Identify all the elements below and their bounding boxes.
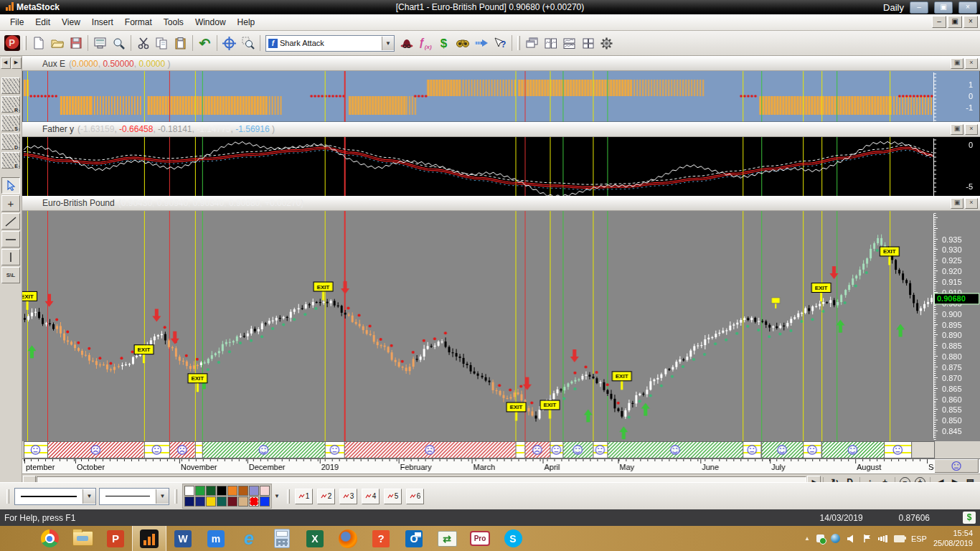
father-close-button[interactable]: × [965,124,978,135]
taskbar-start-icon[interactable] [0,526,33,551]
father-panel-header[interactable]: Father y (-1.63159, -0.66458, -0.18141, … [22,122,980,137]
aux-maximize-button[interactable]: ▣ [951,58,963,69]
child-minimize-button[interactable]: – [932,16,946,28]
open-button[interactable] [48,34,66,52]
menu-tools[interactable]: Tools [158,15,189,29]
chart-layout-button-3[interactable]: 3 [339,489,357,504]
pattern-tool-3[interactable]: S [1,115,20,131]
new-chart-button[interactable] [29,34,47,52]
taskbar-firefox-icon[interactable] [331,526,364,551]
color-swatch[interactable] [217,496,227,507]
stop-tool[interactable]: S\L [1,267,20,283]
color-swatch[interactable] [206,496,216,507]
palette-dropdown-arrow[interactable]: ▼ [272,493,282,499]
color-swatch[interactable] [249,496,259,507]
menu-edit[interactable]: Edit [29,15,56,29]
menu-help[interactable]: Help [232,15,261,29]
taskbar-skype-icon[interactable]: S [496,526,529,551]
taskbar-metastock-icon[interactable] [132,526,166,551]
time-axis[interactable] [22,458,980,474]
expert-dropdown-arrow[interactable]: ▼ [382,37,394,50]
father-plot[interactable] [22,137,980,196]
pattern-tool-2[interactable]: R [1,96,20,113]
menu-window[interactable]: Window [189,15,232,29]
crosshair-button[interactable] [220,34,238,52]
taskbar-outlook-icon[interactable]: O [397,526,430,551]
price-close-button[interactable]: × [965,198,978,209]
tray-expand-icon[interactable]: ▲ [804,535,810,542]
color-swatch[interactable] [227,496,237,507]
toolbar-grip[interactable] [287,489,290,504]
chart-layout-button-4[interactable]: 4 [362,489,380,504]
battery-icon[interactable] [894,535,905,542]
color-swatch[interactable] [249,486,259,496]
signal-strength-icon[interactable] [878,535,887,542]
menu-file[interactable]: File [4,15,29,29]
chart-layout-button-2[interactable]: 2 [317,489,335,504]
color-swatch[interactable] [195,486,205,496]
network-globe-icon[interactable] [831,534,840,543]
crosshair-tool[interactable]: + [1,195,20,212]
language-indicator[interactable]: ESP [911,534,927,543]
forecaster-button[interactable] [472,34,490,52]
trendline-tool[interactable] [1,213,20,230]
whats-this-button[interactable]: ? [491,34,509,52]
scroll-left-button[interactable]: ◀ [1,57,11,69]
pattern-tool-5[interactable]: E [1,152,20,169]
taskbar-calculator-icon[interactable] [265,526,298,551]
save-button[interactable] [67,34,85,52]
expert-selector[interactable]: f Shark Attack ▼ [265,35,395,52]
menu-view[interactable]: View [56,15,86,29]
tile-horizontal-button[interactable] [560,34,578,52]
line-weight-select[interactable]: ▼ [99,488,169,505]
color-swatch[interactable] [217,486,227,496]
tile-vertical-button[interactable] [542,34,560,52]
options-gear-button[interactable] [598,34,616,52]
copy-button[interactable] [153,34,171,52]
taskbar-chrome-icon[interactable] [33,526,66,551]
zoom-document-button[interactable] [110,34,128,52]
expert-ribbon[interactable] [22,441,980,458]
indicator-builder-button[interactable]: ƒ(x) [416,34,434,52]
toolbar-grip[interactable] [517,36,520,50]
child-close-button[interactable]: × [963,16,978,28]
toolbar-grip[interactable] [174,489,177,504]
line-weight-dropdown-arrow[interactable]: ▼ [156,489,169,504]
zoom-area-button[interactable] [239,34,257,52]
minimize-button[interactable]: – [910,1,928,14]
system-tester-button[interactable]: $ [435,34,453,52]
print-preview-button[interactable] [91,34,109,52]
action-center-flag-icon[interactable] [863,534,872,543]
taskbar-internet-explorer-icon[interactable]: e [232,526,265,551]
line-style-dropdown-arrow[interactable]: ▼ [83,489,95,504]
color-swatch[interactable] [184,496,194,507]
taskbar-help-icon[interactable]: ? [364,526,397,551]
cascade-windows-button[interactable] [523,34,541,52]
restore-button[interactable]: ▣ [934,1,953,14]
scroll-right-button[interactable]: ▶ [11,57,22,69]
aux-panel-header[interactable]: Aux E (0.0000, 0.50000, 0.0000 ) ▣ × [22,56,980,71]
price-plot[interactable] [22,211,980,441]
close-button[interactable]: × [958,1,977,14]
horizontal-line-tool[interactable] [1,231,20,248]
color-swatch[interactable] [238,496,248,507]
pointer-tool[interactable] [1,177,20,194]
chart-layout-button-6[interactable]: 6 [406,489,424,504]
taskbar-word-icon[interactable]: W [166,526,199,551]
explorer-binoculars-button[interactable] [453,34,471,52]
undo-button[interactable]: ↶ [196,34,214,52]
child-restore-button[interactable]: ▣ [948,16,962,28]
aux-plot[interactable] [22,71,980,122]
clock[interactable]: 15:54 25/08/2019 [933,529,973,549]
color-swatch[interactable] [260,496,270,507]
menu-insert[interactable]: Insert [86,15,119,29]
chart-layout-button-1[interactable]: 1 [295,489,313,504]
taskbar-pro-app-icon[interactable]: Pro [463,526,496,551]
taskbar-excel-icon[interactable]: X [298,526,331,551]
expert-advisor-button[interactable] [397,34,415,52]
color-swatch[interactable] [206,486,216,496]
taskbar-maxthon-icon[interactable]: m [199,526,232,551]
color-swatch[interactable] [260,486,270,496]
price-panel-header[interactable]: Euro-British Pound (0.90430, 0.90940, 0.… [22,196,980,211]
color-swatch[interactable] [238,486,248,496]
